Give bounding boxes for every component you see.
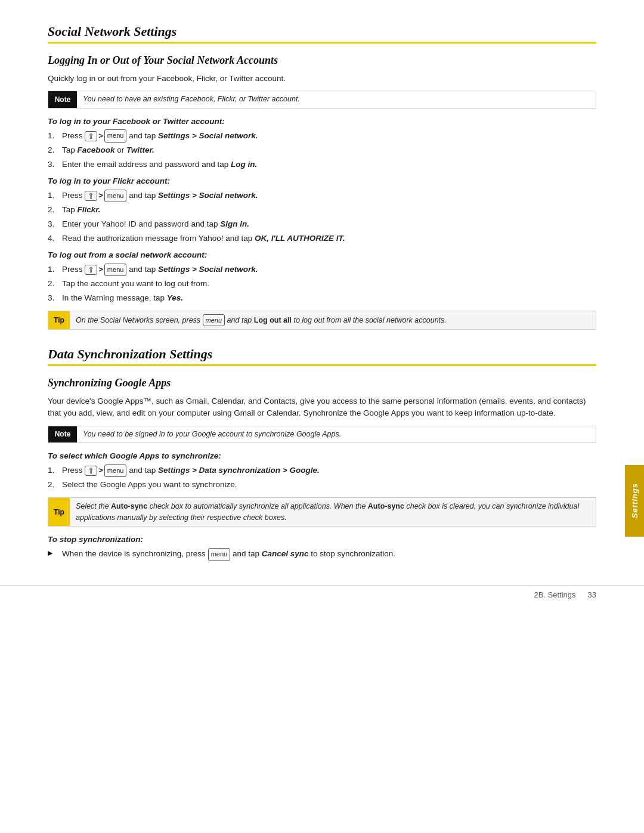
menu-key-1: menu: [104, 129, 127, 143]
stop-sync-bullet: When the device is synchronizing, press …: [48, 547, 596, 561]
facebook-twitter-heading: To log in to your Facebook or Twitter ac…: [48, 117, 596, 126]
home-key-3: ⇧: [85, 265, 97, 275]
facebook-twitter-steps: 1. Press ⇧>menu and tap Settings > Socia…: [48, 129, 596, 171]
home-key-2: ⇧: [85, 191, 97, 201]
note-content-2: You need to be signed in to your Google …: [77, 426, 347, 443]
data-sync-section: Data Synchronization Settings Synchroniz…: [48, 346, 596, 561]
side-tab-label: Settings: [630, 483, 639, 518]
select-apps-steps: 1. Press ⇧>menu and tap Settings > Data …: [48, 464, 596, 491]
footer-section: 2B. Settings: [534, 590, 575, 599]
menu-key-stop: menu: [208, 548, 231, 561]
sync-tip-box: Tip Select the Auto-sync check box to au…: [48, 497, 596, 527]
logout-steps: 1. Press ⇧>menu and tap Settings > Socia…: [48, 263, 596, 304]
tip-content-1: On the Social Networks screen, press men…: [70, 311, 453, 330]
flickr-steps: 1. Press ⇧>menu and tap Settings > Socia…: [48, 189, 596, 244]
tip-content-2: Select the Auto-sync check box to automa…: [70, 498, 596, 527]
home-key-1: ⇧: [85, 131, 97, 141]
section-divider-1: [48, 42, 596, 44]
step-3-fb: 3. Enter the email address and password …: [48, 158, 596, 171]
note-label: Note: [48, 91, 77, 108]
menu-key-2: menu: [104, 190, 127, 203]
sync-note-box: Note You need to be signed in to your Go…: [48, 426, 596, 444]
menu-key-tip: menu: [203, 314, 225, 327]
social-network-section: Social Network Settings Logging In or Ou…: [48, 24, 596, 330]
step-1-logout: 1. Press ⇧>menu and tap Settings > Socia…: [48, 263, 596, 276]
logout-heading: To log out from a social network account…: [48, 250, 596, 259]
social-note-box: Note You need to have an existing Facebo…: [48, 91, 596, 109]
google-apps-intro: Your device's Google Apps™, such as Gmai…: [48, 395, 596, 420]
social-network-title: Social Network Settings: [48, 24, 596, 39]
step-1-fb: 1. Press ⇧>menu and tap Settings > Socia…: [48, 129, 596, 143]
step-1-sync: 1. Press ⇧>menu and tap Settings > Data …: [48, 464, 596, 477]
login-logout-subtitle: Logging In or Out of Your Social Network…: [48, 54, 596, 67]
menu-key-4: menu: [104, 465, 127, 478]
step-3-logout: 3. In the Warning message, tap Yes.: [48, 292, 596, 305]
step-2-logout: 2. Tap the account you want to log out f…: [48, 277, 596, 290]
note-content: You need to have an existing Facebook, F…: [77, 91, 306, 108]
data-sync-title: Data Synchronization Settings: [48, 346, 596, 362]
step-2-fb: 2. Tap Facebook or Twitter.: [48, 144, 596, 157]
page-container: Social Network Settings Logging In or Ou…: [0, 0, 644, 614]
footer: 2B. Settings 33: [0, 585, 644, 599]
step-2-sync: 2. Select the Google Apps you want to sy…: [48, 478, 596, 491]
stop-sync-heading: To stop synchronization:: [48, 535, 596, 544]
flickr-heading: To log in to your Flickr account:: [48, 176, 596, 185]
login-intro: Quickly log in or out from your Facebook…: [48, 73, 596, 85]
note-label-2: Note: [48, 426, 77, 443]
google-apps-subtitle: Synchronizing Google Apps: [48, 377, 596, 389]
footer-page-number: 33: [588, 590, 596, 599]
step-2-flickr: 2. Tap Flickr.: [48, 203, 596, 216]
tip-label-2: Tip: [48, 498, 70, 527]
step-3-flickr: 3. Enter your Yahoo! ID and password and…: [48, 218, 596, 231]
step-1-flickr: 1. Press ⇧>menu and tap Settings > Socia…: [48, 189, 596, 202]
side-tab: Settings: [625, 465, 644, 537]
section-divider-2: [48, 364, 596, 366]
menu-key-3: menu: [104, 264, 127, 277]
social-tip-box: Tip On the Social Networks screen, press…: [48, 311, 596, 330]
home-key-4: ⇧: [85, 466, 97, 476]
stop-sync-steps: When the device is synchronizing, press …: [48, 547, 596, 561]
select-apps-heading: To select which Google Apps to synchroni…: [48, 451, 596, 460]
step-4-flickr: 4. Read the authorization message from Y…: [48, 232, 596, 245]
tip-label-1: Tip: [48, 311, 70, 330]
